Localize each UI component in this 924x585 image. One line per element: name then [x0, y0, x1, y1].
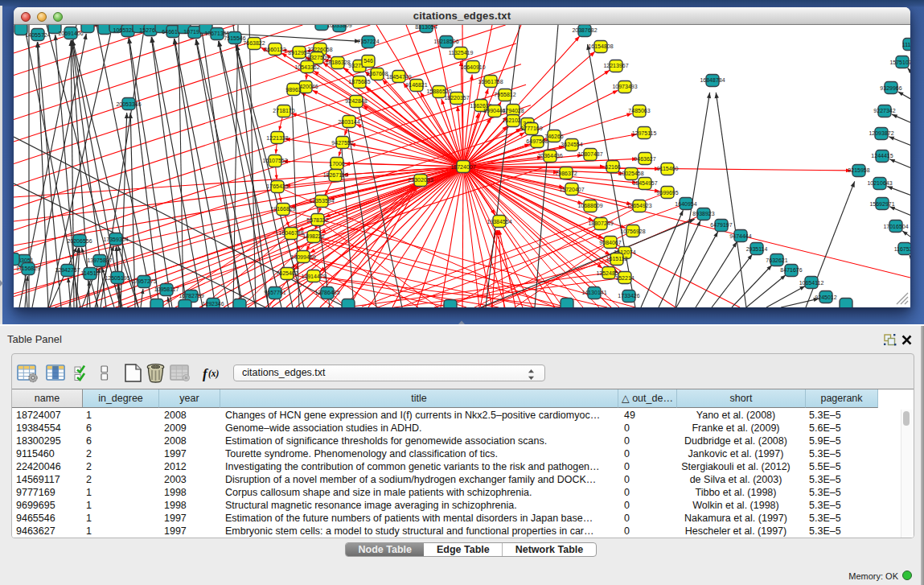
svg-text:17016504: 17016504	[883, 224, 908, 229]
svg-text:18454957: 18454957	[632, 180, 657, 186]
svg-text:10973493: 10973493	[612, 84, 637, 89]
svg-text:10210643: 10210643	[867, 180, 892, 186]
svg-text:16046788: 16046788	[278, 230, 303, 236]
svg-text:9084067: 9084067	[599, 240, 621, 245]
svg-text:1615112: 1615112	[606, 256, 628, 262]
svg-text:12942757: 12942757	[55, 267, 80, 273]
svg-text:18724007: 18724007	[450, 164, 475, 170]
svg-text:19384554: 19384554	[487, 219, 511, 225]
svg-text:7955812: 7955812	[494, 92, 515, 97]
svg-text:12505195: 12505195	[105, 275, 129, 281]
svg-text:9474444: 9474444	[729, 233, 751, 239]
svg-text:2367608: 2367608	[366, 71, 388, 76]
svg-text:11121: 11121	[902, 42, 910, 47]
svg-text:20387682: 20387682	[572, 27, 597, 33]
svg-text:10958117: 10958117	[154, 286, 179, 292]
svg-text:9245012: 9245012	[815, 295, 836, 300]
svg-text:9227342: 9227342	[873, 108, 895, 113]
svg-text:18220357: 18220357	[444, 95, 469, 101]
svg-text:13654923: 13654923	[626, 203, 651, 208]
svg-text:2803144: 2803144	[338, 119, 359, 125]
svg-text:17359304: 17359304	[103, 237, 128, 242]
svg-text:10654112: 10654112	[799, 280, 824, 286]
svg-text:7485063: 7485063	[628, 108, 650, 113]
svg-text:2935114: 2935114	[746, 246, 768, 252]
svg-text:7625402: 7625402	[276, 270, 298, 276]
svg-text:13975887: 13975887	[87, 257, 112, 263]
svg-text:1640954: 1640954	[675, 201, 696, 207]
svg-text:16107552: 16107552	[262, 158, 287, 163]
svg-text:1221338: 1221338	[266, 135, 288, 141]
svg-text:1765435: 1765435	[266, 183, 288, 189]
svg-text:7663822: 7663822	[243, 40, 265, 46]
svg-text:15886520: 15886520	[426, 89, 451, 94]
svg-text:14055724: 14055724	[25, 32, 50, 38]
svg-text:152214: 152214	[615, 275, 634, 281]
svg-text:1733426: 1733426	[618, 293, 639, 299]
svg-text:10807487: 10807487	[577, 151, 602, 157]
svg-text:14130141: 14130141	[581, 290, 606, 295]
svg-text:18807249: 18807249	[588, 220, 613, 226]
svg-text:546: 546	[363, 58, 373, 64]
svg-text:1292346: 1292346	[202, 301, 224, 307]
svg-text:9146821: 9146821	[405, 82, 427, 88]
svg-text:9242848: 9242848	[345, 98, 367, 104]
svg-text:20364436: 20364436	[537, 153, 562, 159]
svg-text:16961758: 16961758	[478, 79, 503, 84]
svg-text:18186328: 18186328	[325, 60, 350, 65]
svg-text:10025458: 10025458	[618, 171, 643, 176]
svg-text:14914479: 14914479	[301, 274, 326, 279]
svg-text:8813054: 8813054	[415, 25, 437, 30]
svg-text:14099489: 14099489	[290, 254, 315, 260]
svg-text:8938923: 8938923	[692, 211, 714, 216]
svg-text:12093872: 12093872	[869, 130, 893, 136]
svg-text:13786485: 13786485	[314, 290, 339, 295]
svg-text:19166829: 19166829	[270, 206, 295, 212]
svg-text:18454749: 18454749	[386, 74, 411, 80]
svg-text:15692971: 15692971	[869, 201, 894, 207]
svg-text:11325419: 11325419	[449, 50, 474, 56]
svg-text:7986372: 7986372	[555, 171, 577, 176]
svg-text:10756928: 10756928	[620, 229, 645, 234]
svg-text:16848784: 16848784	[700, 77, 725, 83]
svg-text:10688609: 10688609	[577, 203, 602, 208]
svg-text:16033809: 16033809	[326, 25, 351, 28]
svg-text:6794028: 6794028	[502, 108, 524, 113]
svg-text:16154808: 16154808	[588, 43, 613, 49]
svg-text:16782759: 16782759	[179, 293, 203, 299]
svg-text:9699695: 9699695	[656, 190, 678, 196]
svg-text:62160: 62160	[605, 164, 621, 170]
svg-text:8660123: 8660123	[264, 47, 285, 52]
svg-text:9329966: 9329966	[880, 85, 901, 91]
svg-text:8215958: 8215958	[848, 167, 869, 173]
svg-text:9427552: 9427552	[331, 140, 353, 146]
svg-text:15720407: 15720407	[559, 187, 584, 192]
svg-text:9657791: 9657791	[264, 290, 285, 295]
svg-text:(x): (x)	[208, 369, 220, 379]
svg-text:20206556: 20206556	[67, 238, 92, 244]
svg-text:20053346: 20053346	[116, 101, 141, 107]
svg-text:8471676: 8471676	[780, 267, 802, 273]
svg-text:3624554: 3624554	[561, 142, 582, 147]
svg-text:1244415: 1244415	[871, 153, 893, 159]
svg-text:1167534: 1167534	[894, 246, 910, 252]
svg-text:11156829: 11156829	[16, 266, 40, 271]
svg-text:9463627: 9463627	[634, 156, 655, 162]
svg-text:2718170: 2718170	[273, 108, 294, 113]
svg-text:114519: 114519	[81, 270, 100, 276]
svg-text:6479197: 6479197	[710, 222, 732, 228]
svg-text:15751074: 15751074	[889, 60, 910, 65]
svg-text:5578332: 5578332	[306, 217, 328, 223]
svg-text:1875685: 1875685	[348, 79, 370, 84]
svg-text:98963: 98963	[285, 87, 302, 93]
svg-text:10543362: 10543362	[294, 64, 319, 70]
svg-text:18267110: 18267110	[323, 172, 348, 178]
svg-text:12353594: 12353594	[309, 198, 334, 204]
svg-text:23302033: 23302033	[408, 177, 433, 183]
svg-text:7357224: 7357224	[357, 39, 379, 44]
svg-text:9115460: 9115460	[657, 166, 679, 171]
svg-text:19218506: 19218506	[433, 39, 458, 44]
svg-text:1498222: 1498222	[302, 233, 324, 239]
svg-text:12975115: 12975115	[632, 130, 657, 136]
svg-text:12213967: 12213967	[603, 63, 628, 68]
